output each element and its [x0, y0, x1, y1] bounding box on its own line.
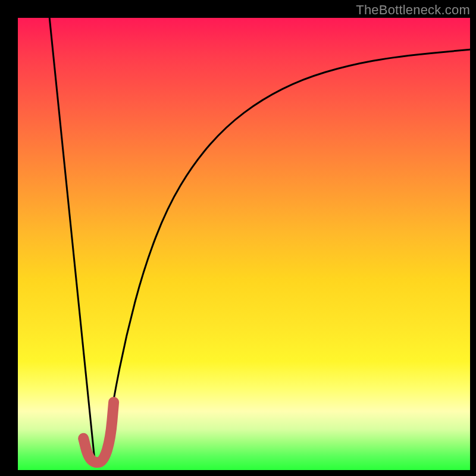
left-falling-line — [49, 18, 95, 461]
j-marker — [83, 402, 114, 462]
right-rising-curve — [104, 49, 470, 461]
chart-frame: TheBottleneck.com — [0, 0, 476, 476]
watermark-text: TheBottleneck.com — [356, 2, 470, 18]
curve-layer — [18, 18, 470, 470]
plot-area — [18, 18, 470, 470]
